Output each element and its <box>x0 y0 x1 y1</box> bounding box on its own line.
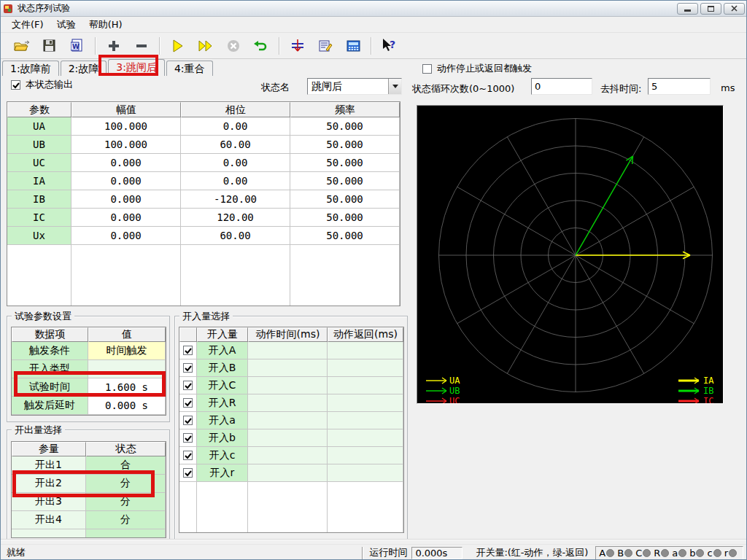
phase-cell[interactable]: -120.00 <box>181 190 290 209</box>
switch-indicator-A: A <box>599 548 614 559</box>
input-enable-checkbox[interactable] <box>183 416 193 425</box>
save-button[interactable] <box>36 36 63 56</box>
amplitude-cell[interactable]: 0.000 <box>71 172 181 190</box>
input-enable-checkbox[interactable] <box>183 398 193 408</box>
amplitude-cell[interactable]: 0.000 <box>71 190 181 209</box>
output-state-cell[interactable]: 分 <box>86 511 166 529</box>
test-param-value[interactable]: 时间触发 <box>88 342 166 360</box>
calculator-icon <box>347 40 360 52</box>
tab-state-4[interactable]: 4:重合 <box>166 61 213 76</box>
test-param-value[interactable] <box>88 360 166 378</box>
phase-cell[interactable]: 0.00 <box>181 117 290 136</box>
param-name-cell: IC <box>7 209 71 227</box>
input-enable-checkbox[interactable] <box>183 433 193 443</box>
frequency-cell[interactable]: 50.000 <box>290 136 400 154</box>
amplitude-cell[interactable]: 100.000 <box>71 136 181 154</box>
loop-count-input[interactable] <box>531 78 592 95</box>
state-name-combobox[interactable]: 跳闸后 <box>307 78 402 95</box>
input-table-filler <box>179 482 197 532</box>
menu-help[interactable]: 帮助(H) <box>82 17 129 33</box>
amplitude-cell[interactable]: 0.000 <box>71 209 181 227</box>
input-enable-checkbox[interactable] <box>183 346 193 355</box>
svg-text:IC: IC <box>703 396 713 403</box>
phase-cell[interactable]: 120.00 <box>181 209 290 227</box>
input-enable-checkbox[interactable] <box>183 381 193 390</box>
amplitude-cell[interactable]: 0.000 <box>71 154 181 172</box>
open-button[interactable] <box>8 36 36 56</box>
phase-sync-button[interactable] <box>284 36 311 56</box>
debounce-label: 去抖时间: <box>600 82 641 96</box>
combo-dropdown-button[interactable] <box>388 79 401 94</box>
input-action-time-cell <box>248 342 328 359</box>
close-button[interactable] <box>724 3 745 15</box>
output-state-cell[interactable]: 分 <box>86 493 166 511</box>
output-param-cell: 开出4 <box>12 511 86 529</box>
trigger-mode-checkbox[interactable] <box>422 64 432 74</box>
maximize-button[interactable] <box>700 3 721 15</box>
output-state-cell[interactable]: 合 <box>86 456 166 475</box>
report-edit-button[interactable] <box>311 36 339 56</box>
menu-test[interactable]: 试验 <box>50 17 82 33</box>
amplitude-cell[interactable]: 0.000 <box>71 227 181 245</box>
input-name-cell: 开入A <box>197 342 248 359</box>
switch-indicator-b: b <box>689 548 704 559</box>
menu-file[interactable]: 文件(F) <box>5 17 50 33</box>
stop-button[interactable] <box>220 36 247 56</box>
svg-text:W: W <box>72 43 80 50</box>
toolbar-separator <box>371 37 372 55</box>
test-param-value[interactable]: 1.600 s <box>88 378 166 397</box>
phase-cell[interactable]: 60.00 <box>181 227 290 245</box>
run-button[interactable] <box>164 36 192 56</box>
run-continuous-button[interactable] <box>192 36 220 56</box>
frequency-cell[interactable]: 50.000 <box>290 209 400 227</box>
input-table-filler <box>197 482 248 532</box>
phase-cell[interactable]: 0.00 <box>181 154 290 172</box>
tab-state-3[interactable]: 3:跳闸后 <box>108 59 165 76</box>
play-icon <box>172 39 184 52</box>
fast-forward-icon <box>198 39 214 52</box>
state-tab-bar: 1:故障前2:故障3:跳闸后4:重合 <box>2 59 746 76</box>
switch-indicator-R: R <box>654 548 669 559</box>
trigger-mode-label: 动作停止或返回都触发 <box>437 62 532 75</box>
frequency-cell[interactable]: 50.000 <box>290 227 400 245</box>
param-table-filler <box>7 245 71 306</box>
input-checkbox-cell <box>179 464 197 482</box>
frequency-cell[interactable]: 50.000 <box>290 154 400 172</box>
param-name-cell: IA <box>7 172 71 190</box>
debounce-input[interactable] <box>648 78 711 95</box>
export-word-button[interactable]: W <box>63 36 91 56</box>
output-state-cell[interactable]: 分 <box>86 475 166 493</box>
add-state-button[interactable] <box>100 36 128 56</box>
input-enable-checkbox[interactable] <box>183 363 193 373</box>
switch-indicator-C: C <box>635 548 651 559</box>
state-output-checkbox[interactable] <box>11 80 20 90</box>
tab-state-1[interactable]: 1:故障前 <box>2 61 59 76</box>
phase-cell[interactable]: 0.00 <box>181 172 290 190</box>
input-action-time-cell <box>248 464 328 482</box>
tab-state-2[interactable]: 2:故障 <box>61 61 107 76</box>
input-checkbox-cell <box>179 429 197 447</box>
calculator-button[interactable] <box>339 36 367 56</box>
input-enable-checkbox[interactable] <box>183 451 193 460</box>
frequency-cell[interactable]: 50.000 <box>290 190 400 209</box>
input-return-time-cell <box>328 412 403 429</box>
frequency-cell[interactable]: 50.000 <box>290 117 400 136</box>
minimize-button[interactable] <box>677 3 698 15</box>
test-param-value[interactable]: 0.000 s <box>88 397 166 415</box>
undo-button[interactable] <box>247 36 275 56</box>
input-enable-checkbox[interactable] <box>183 468 193 478</box>
open-folder-icon <box>14 39 30 52</box>
amplitude-cell[interactable]: 100.000 <box>71 117 181 136</box>
input-checkbox-cell <box>179 412 197 429</box>
svg-text:IB: IB <box>703 386 713 396</box>
input-checkbox-cell <box>179 377 197 394</box>
frequency-cell[interactable]: 50.000 <box>290 172 400 190</box>
context-help-button[interactable]: ? <box>376 36 403 56</box>
phase-cell[interactable]: 60.00 <box>181 136 290 154</box>
remove-state-button[interactable] <box>128 36 155 56</box>
output-select-title: 开出量选择 <box>12 424 65 437</box>
toolbar-separator <box>159 37 160 55</box>
param-name-cell: IB <box>7 190 71 209</box>
param-name-cell: UB <box>7 136 71 154</box>
input-return-time-cell <box>328 377 403 394</box>
